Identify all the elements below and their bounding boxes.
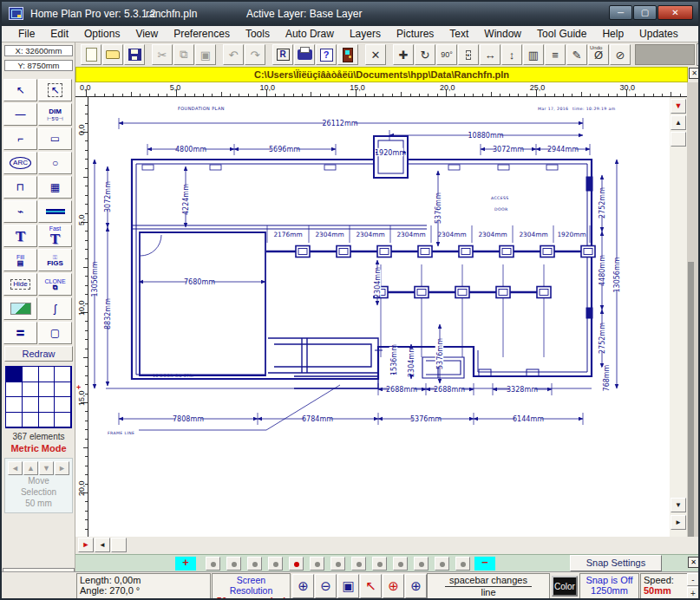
freehand-tool[interactable]: ʃ: [38, 297, 72, 320]
layer-dot-3[interactable]: [247, 557, 262, 571]
circle-tool[interactable]: ○: [38, 152, 72, 174]
figures-tool[interactable]: ⚿FIGS: [38, 249, 72, 271]
zoom-previous-button[interactable]: ↖: [360, 574, 382, 598]
menu-file[interactable]: File: [10, 28, 43, 40]
clone-tool[interactable]: CLONE⧉: [38, 273, 72, 296]
menu-help[interactable]: Help: [594, 28, 631, 40]
scroll-up-button[interactable]: ▲: [671, 115, 686, 130]
menu-options[interactable]: Options: [76, 28, 128, 40]
palette-cell[interactable]: [6, 382, 23, 398]
layer-dot-6[interactable]: [310, 557, 324, 571]
paint-icon[interactable]: ✎: [566, 44, 587, 65]
fast-text-tool[interactable]: FastT: [38, 225, 72, 247]
maximize-button[interactable]: ▢: [633, 5, 657, 20]
parallel-line-tool[interactable]: 〓: [3, 322, 37, 344]
menu-text[interactable]: Text: [442, 28, 476, 40]
print-icon[interactable]: [294, 44, 315, 65]
delete-icon[interactable]: ✕: [365, 44, 386, 65]
redraw-button[interactable]: Redraw: [4, 346, 73, 362]
hide-tool[interactable]: Hide: [3, 273, 37, 296]
move-icon[interactable]: ✚: [393, 44, 414, 65]
stairs-tool[interactable]: ⌁: [3, 200, 37, 223]
palette-cell[interactable]: [39, 413, 56, 428]
menu-window[interactable]: Window: [476, 28, 529, 40]
new-document-icon[interactable]: [81, 44, 101, 65]
pan-right-button[interactable]: ►: [671, 515, 686, 530]
paste-icon[interactable]: ▣: [195, 44, 216, 65]
menu-pictures[interactable]: Pictures: [389, 28, 442, 40]
text-tool[interactable]: T: [3, 225, 37, 247]
stretch-h-icon[interactable]: ↔: [480, 44, 500, 65]
multi-room-tool[interactable]: ▦: [38, 176, 72, 199]
toolbar-slider[interactable]: [697, 43, 700, 66]
zoom-in-button[interactable]: ⊕: [292, 574, 314, 598]
palette-cell[interactable]: [55, 413, 71, 428]
menu-edit[interactable]: Edit: [43, 28, 76, 40]
layer-dot-4[interactable]: [268, 557, 283, 571]
move-left-button[interactable]: ◄: [8, 461, 23, 475]
palette-cell[interactable]: [39, 367, 56, 382]
dimension-tool[interactable]: DIM⊢5'0⊣: [38, 103, 72, 126]
close-path-bar-icon[interactable]: ✕: [689, 68, 700, 79]
layer-dot-12[interactable]: [435, 557, 449, 571]
layer-dot-2[interactable]: [226, 557, 241, 571]
layer-dot-8[interactable]: [351, 557, 366, 571]
move-up-button[interactable]: ▲: [23, 461, 38, 475]
undo-zero-icon[interactable]: ØUndo: [588, 44, 609, 65]
h-scroll-thumb[interactable]: [111, 538, 127, 552]
palette-cell[interactable]: [6, 397, 23, 413]
exit-icon[interactable]: [337, 44, 358, 65]
undo-icon[interactable]: ↶: [223, 44, 244, 65]
menu-auto-draw[interactable]: Auto Draw: [278, 28, 342, 40]
move-right-button[interactable]: ►: [55, 461, 69, 475]
palette-cell[interactable]: [39, 382, 56, 398]
layer-dot-10[interactable]: [393, 557, 408, 571]
zoom-out-button[interactable]: ⊖: [315, 574, 337, 598]
add-layer-button[interactable]: +: [175, 557, 196, 571]
rounded-rect-tool[interactable]: ▢: [38, 322, 72, 344]
palette-cell[interactable]: [23, 397, 39, 413]
columns-icon[interactable]: ▥: [523, 44, 544, 65]
palette-cell[interactable]: [55, 367, 71, 382]
arc-tool[interactable]: ARC: [3, 152, 37, 174]
select-area-icon[interactable]: ▪: [458, 44, 479, 65]
no-draw-icon[interactable]: ⊘: [610, 44, 631, 65]
menu-tool-guide[interactable]: Tool Guide: [529, 28, 594, 40]
layer-dot-11[interactable]: [414, 557, 429, 571]
palette-cell[interactable]: [39, 397, 56, 413]
layer-dot-1[interactable]: [206, 557, 220, 571]
palette-cell[interactable]: [23, 413, 39, 428]
minimize-button[interactable]: ─: [609, 5, 632, 20]
rotate-90-icon[interactable]: 90°: [436, 44, 457, 65]
select-tool[interactable]: ↖: [3, 79, 37, 101]
fill-tool[interactable]: Fill▤: [3, 249, 37, 271]
layer-dot-9[interactable]: [372, 557, 387, 571]
color-button[interactable]: Color: [552, 576, 578, 597]
line-tool[interactable]: —: [3, 103, 37, 126]
polyline-tool[interactable]: ⌐: [3, 127, 37, 150]
redo-icon[interactable]: ↷: [245, 44, 265, 65]
palette-cell[interactable]: [6, 413, 23, 428]
drawing-canvas[interactable]: 26112mm10880mm4800mm5696mm3072mm2944mm19…: [88, 97, 670, 537]
palette-cell[interactable]: [23, 382, 39, 398]
palette-cell[interactable]: [6, 367, 23, 382]
scroll-left-button[interactable]: ◄: [95, 538, 110, 552]
scroll-jump-right-button[interactable]: ►: [78, 538, 94, 552]
scroll-down-button[interactable]: ▼: [671, 498, 686, 512]
cut-icon[interactable]: ✂: [152, 44, 173, 65]
scroll-thumb[interactable]: [671, 132, 686, 147]
menu-preferences[interactable]: Preferences: [166, 28, 238, 40]
horizontal-scrollbar[interactable]: ►◄: [75, 537, 700, 554]
vertical-scrollbar[interactable]: ▼▲▼►: [670, 97, 687, 537]
scroll-jump-down-button[interactable]: ▼: [671, 99, 686, 114]
snap-settings-button[interactable]: Snap Settings: [570, 555, 662, 571]
stretch-v-icon[interactable]: ↕: [501, 44, 522, 65]
palette-cell[interactable]: [55, 382, 71, 398]
zoom-extent-button[interactable]: ⊕: [405, 574, 427, 598]
palette-cell[interactable]: [23, 367, 39, 382]
rectangle-tool[interactable]: ▭: [38, 127, 72, 150]
speed-decrease-button[interactable]: -: [687, 573, 699, 586]
move-down-button[interactable]: ▼: [39, 461, 54, 475]
refresh-icon[interactable]: R: [272, 44, 293, 65]
line-style-icon[interactable]: ≡: [545, 44, 566, 65]
